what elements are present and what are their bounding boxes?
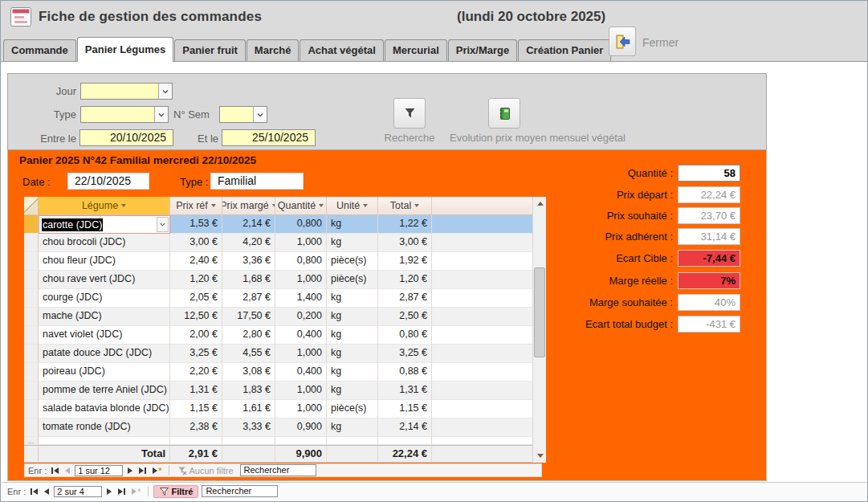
table-cell-prix_ref[interactable]: 2,38 € (170, 418, 222, 437)
table-cell-quantite[interactable]: 0,800 (275, 252, 327, 271)
date-field[interactable]: 22/10/2025 (67, 173, 149, 190)
table-cell-total[interactable]: 2,87 € (378, 289, 432, 308)
table-cell-total[interactable]: 0,80 € (378, 326, 432, 345)
table-cell-legume[interactable]: navet violet (JDC) (39, 326, 170, 345)
row-selector[interactable] (24, 363, 39, 382)
table-cell-unite[interactable]: kg (327, 345, 378, 363)
column-header-prix_ref[interactable]: Prix réf (170, 197, 222, 215)
table-cell-prix_ref[interactable]: 2,05 € (170, 289, 222, 308)
table-cell-unite[interactable]: kg (327, 234, 378, 252)
row-selector[interactable] (24, 382, 39, 400)
table-cell-unite[interactable]: kg (327, 418, 378, 437)
empty-cell[interactable] (275, 437, 327, 445)
table-cell-prix_marge[interactable]: 2,80 € (222, 326, 275, 345)
table-row[interactable]: pomme de terre Aniel (JDC)1,31 €1,83 €1,… (24, 382, 532, 400)
chevron-down-icon[interactable] (253, 107, 267, 122)
combo-dropdown-button[interactable] (157, 217, 169, 232)
table-cell-legume[interactable]: chou brocoli (JDC) (39, 234, 170, 252)
table-cell-unite[interactable]: kg (327, 363, 378, 382)
table-cell-prix_marge[interactable]: 4,55 € (222, 345, 275, 363)
table-cell-quantite[interactable]: 0,400 (275, 326, 327, 345)
column-header-quantite[interactable]: Quantité (275, 197, 327, 215)
type-field[interactable]: Familial (210, 173, 304, 190)
table-cell-legume[interactable]: courge (JDC) (39, 289, 170, 308)
prix-adherent-field[interactable]: 31,14 € (678, 228, 740, 245)
table-cell-unite[interactable]: kg (327, 289, 378, 308)
table-cell-quantite[interactable]: 0,400 (275, 363, 327, 382)
close-form-button[interactable] (609, 27, 636, 56)
tab-march-[interactable]: Marché (247, 39, 300, 61)
nav-first-button[interactable] (29, 488, 39, 496)
nav-next-button[interactable] (105, 488, 113, 496)
table-cell-legume[interactable]: patate douce JDC (JDC) (39, 345, 170, 363)
table-cell-total[interactable]: 0,88 € (378, 363, 432, 382)
tab-panier-fruit[interactable]: Panier fruit (174, 39, 246, 61)
evolution-button[interactable] (488, 98, 520, 129)
table-cell-prix_marge[interactable]: 3,08 € (222, 363, 275, 382)
table-cell-prix_marge[interactable]: 2,14 € (222, 215, 275, 234)
table-cell-unite[interactable]: kg (327, 215, 378, 234)
tab-achat-v-g-tal[interactable]: Achat végétal (300, 39, 384, 61)
table-row[interactable]: salade batavia blonde (JDC)1,15 €1,61 €1… (24, 400, 532, 418)
table-cell-quantite[interactable]: 1,000 (275, 345, 327, 363)
prix-souhaite-field[interactable]: 23,70 € (678, 207, 740, 224)
row-selector[interactable] (24, 289, 39, 308)
column-header-total[interactable]: Total (378, 197, 432, 215)
select-all-corner-icon[interactable] (24, 197, 39, 215)
table-cell-quantite[interactable]: 0,200 (275, 308, 327, 326)
legume-combo-editor[interactable]: carotte (JDC) (39, 215, 170, 234)
table-cell-unite[interactable]: kg (327, 308, 378, 326)
table-cell-prix_marge[interactable]: 2,87 € (222, 289, 275, 308)
new-record-row[interactable]: ... (24, 437, 532, 445)
tab-cr-ation-panier[interactable]: Création Panier (518, 39, 611, 61)
table-cell-legume[interactable]: tomate ronde (JDC) (39, 418, 170, 437)
tab-commande[interactable]: Commande (3, 39, 76, 61)
table-cell-prix_ref[interactable]: 3,00 € (170, 234, 222, 252)
table-cell-quantite[interactable]: 1,000 (275, 271, 327, 289)
ecart-total-budget-field[interactable]: -431 € (678, 316, 740, 333)
chevron-down-icon[interactable] (154, 107, 168, 122)
search-button[interactable] (393, 98, 426, 129)
marge-reelle-field[interactable]: 7% (678, 272, 740, 289)
form-search-input[interactable]: Rechercher (202, 485, 278, 497)
prix-depart-field[interactable]: 22,24 € (678, 186, 740, 203)
table-cell-total[interactable]: 1,20 € (378, 271, 432, 289)
sort-dropdown-icon[interactable] (363, 204, 368, 207)
table-cell-total[interactable]: 1,92 € (378, 252, 432, 271)
table-cell-total[interactable]: 1,22 € (378, 215, 432, 234)
empty-cell[interactable] (222, 437, 275, 445)
table-cell-legume[interactable]: poireau (JDC) (39, 363, 170, 382)
row-selector[interactable] (24, 345, 39, 363)
table-cell-prix_marge[interactable]: 3,33 € (222, 418, 275, 437)
table-cell-quantite[interactable]: 1,000 (275, 382, 327, 400)
no-filter-button[interactable]: Aucun filtre (174, 465, 237, 476)
table-cell-legume[interactable]: chou rave vert (JDC) (39, 271, 170, 289)
table-cell-quantite[interactable]: 0,900 (275, 418, 327, 437)
table-cell-legume[interactable]: salade batavia blonde (JDC) (39, 400, 170, 418)
tab-prix-marge[interactable]: Prix/Marge (448, 39, 517, 61)
table-cell-quantite[interactable]: 1,000 (275, 400, 327, 418)
table-cell-prix_ref[interactable]: 2,00 € (170, 326, 222, 345)
row-selector[interactable] (24, 308, 39, 326)
table-cell-prix_ref[interactable]: 1,31 € (170, 382, 222, 400)
row-selector[interactable] (24, 271, 39, 289)
chevron-down-icon[interactable] (158, 84, 172, 99)
table-row[interactable]: poireau (JDC)2,20 €3,08 €0,400kg0,88 € (24, 363, 532, 382)
table-cell-legume[interactable]: mache (JDC) (39, 308, 170, 326)
row-selector[interactable] (24, 418, 39, 437)
table-cell-prix_marge[interactable]: 1,61 € (222, 400, 275, 418)
sort-dropdown-icon[interactable] (414, 204, 419, 207)
table-cell-prix_marge[interactable]: 1,68 € (222, 271, 275, 289)
table-cell-prix_ref[interactable]: 2,40 € (170, 252, 222, 271)
table-cell-unite[interactable]: pièce(s) (327, 400, 378, 418)
empty-cell[interactable] (327, 437, 378, 445)
table-cell-unite[interactable]: pièce(s) (327, 271, 378, 289)
nav-new-record-button[interactable]: * (130, 488, 142, 496)
scroll-down-icon[interactable] (533, 449, 547, 463)
type-combobox[interactable] (80, 106, 169, 123)
table-cell-total[interactable]: 1,15 € (378, 400, 432, 418)
row-selector[interactable] (24, 326, 39, 345)
table-cell-prix_ref[interactable]: 1,20 € (170, 271, 222, 289)
table-cell-prix_ref[interactable]: 2,20 € (170, 363, 222, 382)
row-selector[interactable] (24, 234, 39, 252)
